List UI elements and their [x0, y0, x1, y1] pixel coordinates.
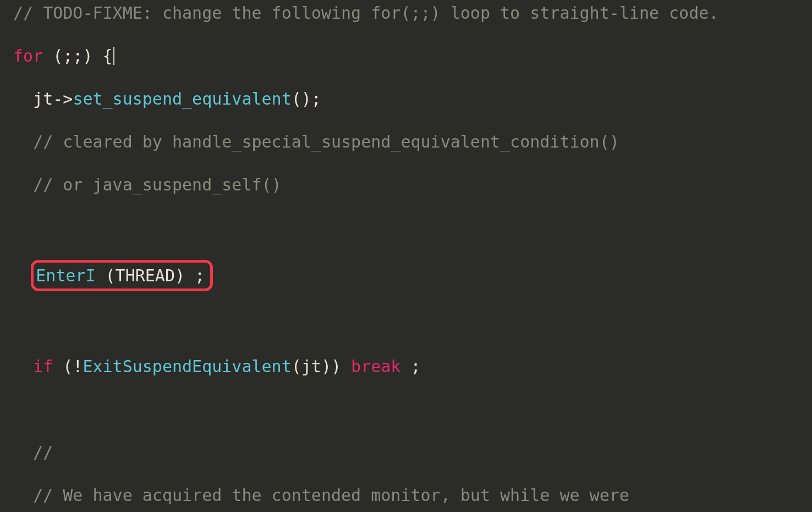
keyword-if: if	[33, 357, 53, 376]
function-call: set_suspend_equivalent	[73, 89, 291, 108]
code-line: //	[0, 442, 812, 463]
code-line: // We have acquired the contended monito…	[0, 484, 812, 506]
code-line: // TODO-FIXME: change the following for(…	[0, 2, 812, 24]
code-line: // cleared by handle_special_suspend_equ…	[0, 131, 812, 152]
text-caret	[113, 47, 114, 65]
comment: // or java_suspend_self()	[33, 175, 282, 194]
comment: // cleared by handle_special_suspend_equ…	[33, 132, 619, 151]
blank-line	[0, 313, 812, 334]
code-line: jt->set_suspend_equivalent();	[0, 88, 812, 110]
code-line: EnterI (THREAD) ;	[0, 260, 812, 291]
code-line: for (;;) {	[0, 45, 812, 67]
code-block[interactable]: // TODO-FIXME: change the following for(…	[0, 0, 812, 512]
keyword-break: break	[351, 357, 400, 376]
highlighted-region: EnterI (THREAD) ;	[31, 260, 213, 291]
function-call: EnterI	[36, 266, 95, 285]
comment: //	[33, 443, 53, 462]
comment: // We have acquired the contended monito…	[33, 486, 629, 505]
function-call: ExitSuspendEquivalent	[83, 357, 291, 376]
code-line: // or java_suspend_self()	[0, 174, 812, 195]
keyword-for: for	[13, 46, 43, 66]
blank-line	[0, 399, 812, 420]
comment: // TODO-FIXME: change the following for(…	[13, 3, 718, 23]
code-line: if (!ExitSuspendEquivalent(jt)) break ;	[0, 356, 812, 377]
blank-line	[0, 217, 812, 238]
